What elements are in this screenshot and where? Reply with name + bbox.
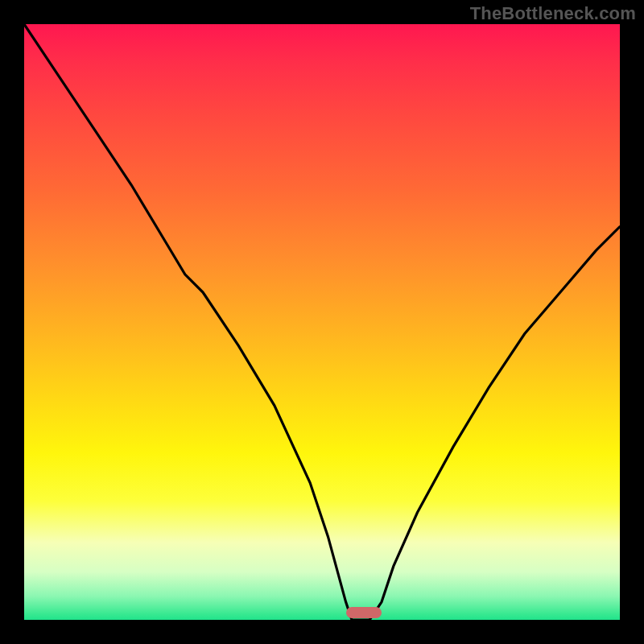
- bottleneck-curve: [24, 24, 620, 620]
- chart-frame: TheBottleneck.com: [0, 0, 644, 644]
- optimal-range-marker: [346, 607, 382, 618]
- bottleneck-curve-path: [24, 24, 620, 620]
- plot-area: [24, 24, 620, 620]
- attribution-label: TheBottleneck.com: [470, 3, 636, 24]
